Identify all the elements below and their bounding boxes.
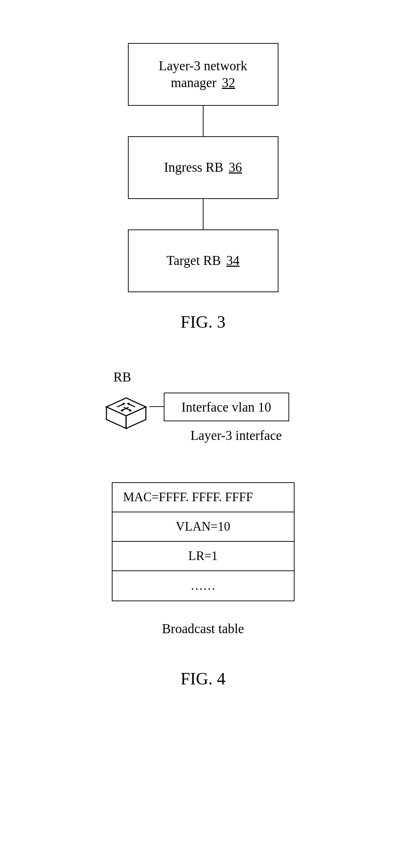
fig4-interface-note: Layer-3 interface	[191, 428, 282, 443]
fig3-caption: FIG. 3	[181, 312, 225, 332]
fig4-bt-row-lr: LR=1	[113, 542, 294, 571]
fig4-bt-row-vlan: VLAN=10	[113, 512, 294, 542]
fig4-broadcast-table: MAC=FFFF. FFFF. FFFF VLAN=10 LR=1 ……	[112, 482, 295, 601]
figure-4: RB	[0, 382, 406, 688]
switch-icon	[103, 394, 149, 430]
fig3-node-target-label: Target RB 34	[166, 252, 239, 269]
fig4-bt-row-mac: MAC=FFFF. FFFF. FFFF	[113, 483, 294, 512]
fig3-node-ingress-ref: 36	[229, 160, 242, 175]
fig3-node-manager-ref: 32	[222, 75, 235, 90]
fig3-node-manager: Layer-3 network manager 32	[128, 43, 278, 106]
fig4-rb-row: RB	[92, 382, 314, 439]
fig3-node-manager-label: Layer-3 network manager 32	[159, 58, 247, 91]
fig3-connector-1	[203, 106, 204, 136]
fig4-interface-box: Interface vlan 10	[164, 393, 289, 421]
fig3-node-ingress: Ingress RB 36	[128, 136, 278, 199]
fig3-node-target-text: Target RB	[166, 253, 221, 268]
fig3-connector-2	[203, 199, 204, 229]
fig3-node-ingress-text: Ingress RB	[164, 160, 223, 175]
fig3-node-ingress-label: Ingress RB 36	[164, 159, 242, 176]
fig4-rb-label: RB	[114, 369, 131, 385]
figure-3: Layer-3 network manager 32 Ingress RB 36…	[0, 43, 406, 332]
fig4-caption: FIG. 4	[181, 669, 225, 688]
fig4-interface-label: Interface vlan 10	[181, 399, 271, 415]
fig3-node-target: Target RB 34	[128, 229, 278, 292]
fig3-node-target-ref: 34	[226, 253, 240, 268]
fig4-bt-row-more: ……	[113, 571, 294, 601]
fig4-interface-connector	[149, 406, 164, 407]
page: Layer-3 network manager 32 Ingress RB 36…	[0, 0, 406, 868]
fig4-broadcast-caption: Broadcast table	[162, 621, 244, 636]
